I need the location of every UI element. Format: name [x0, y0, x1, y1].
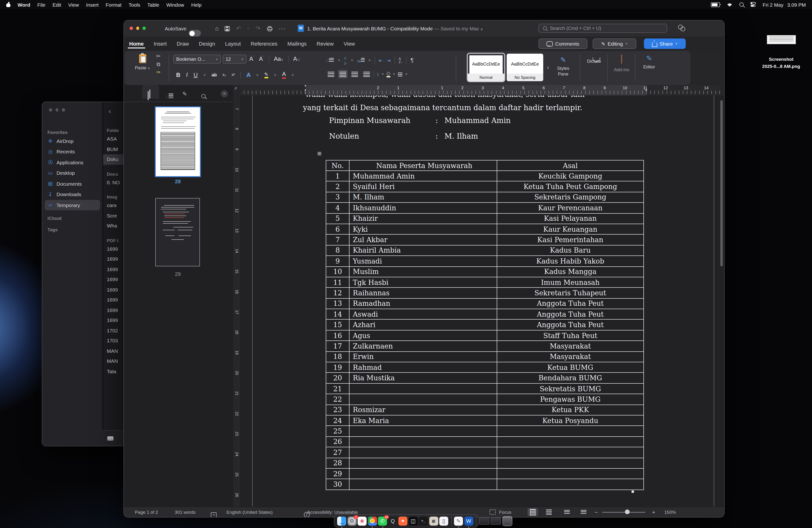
borders-button[interactable]: ⊞: [397, 71, 403, 77]
finder-file-item[interactable]: 1699: [103, 295, 126, 305]
cell-nama[interactable]: Zul Akbar: [349, 235, 497, 245]
document-title[interactable]: 1. Berita Acara Musyawarah BUMG - Compat…: [307, 26, 483, 31]
increase-indent-button[interactable]: ⇥: [387, 58, 391, 63]
finder-file-item[interactable]: 1703: [103, 336, 126, 346]
cell-nama[interactable]: M. Ilham: [349, 192, 497, 203]
cell-no[interactable]: 21: [326, 383, 349, 394]
cell-no[interactable]: 30: [326, 479, 349, 490]
menu-item[interactable]: Edit: [53, 2, 61, 8]
cell-nama[interactable]: Azhari: [349, 320, 497, 330]
table-row[interactable]: 14 Aswadi Anggota Tuha Peut: [326, 309, 644, 320]
cell-no[interactable]: 3: [326, 192, 349, 203]
ribbon-tab[interactable]: Home: [129, 38, 144, 49]
sort-button[interactable]: AZ↓: [398, 57, 403, 64]
table-row[interactable]: 4 Ikhsanuddin Kaur Perencanaan: [326, 203, 644, 213]
vertical-scrollbar-thumb[interactable]: [720, 100, 723, 266]
ribbon-tab[interactable]: View: [343, 38, 355, 49]
text-effects-chevron-icon[interactable]: ∨: [256, 73, 259, 76]
cell-asal[interactable]: Kaur Perencanaan: [497, 203, 644, 213]
cell-nama[interactable]: Kyki: [349, 224, 497, 235]
finder-sidebar-item[interactable]: ▱ Temporary: [45, 200, 100, 210]
left-indent-marker[interactable]: ▪: [303, 92, 308, 94]
table-row[interactable]: 18 Erwin Masyarakat: [326, 351, 644, 362]
copy-icon[interactable]: ⧉: [157, 62, 160, 67]
ribbon-tab[interactable]: Layout: [224, 38, 241, 49]
clipped-text-line[interactable]: wakil-wakil kelompok, wakil dusun dan to…: [305, 96, 647, 101]
cell-asal[interactable]: [497, 468, 644, 479]
cell-no[interactable]: 15: [326, 320, 349, 330]
cell-asal[interactable]: Anggota Tuha Peut: [497, 320, 644, 330]
cell-nama[interactable]: Erwin: [349, 351, 497, 362]
table-row[interactable]: 24 Eka Maria Ketua Posyandu: [326, 415, 644, 426]
ribbon-tab[interactable]: Design: [199, 38, 216, 49]
table-row[interactable]: 8 Khairil Ambia Kadus Baru: [326, 245, 644, 256]
cell-no[interactable]: 24: [326, 415, 349, 426]
align-center-button[interactable]: [338, 70, 348, 78]
cell-nama[interactable]: [349, 458, 497, 468]
subscript-button[interactable]: x₂: [222, 73, 226, 77]
comments-button[interactable]: Comments: [538, 39, 588, 49]
cell-asal[interactable]: Ketua Tuha Peut Gampong: [497, 181, 644, 192]
page-29-number[interactable]: 29: [155, 271, 201, 277]
cell-asal[interactable]: Kaur Keuangan: [497, 224, 644, 235]
cell-no[interactable]: 1: [326, 171, 349, 181]
finder-file-item[interactable]: 1699: [103, 305, 126, 315]
status-word-count[interactable]: 301 words: [175, 510, 195, 515]
zoom-percentage[interactable]: 150%: [664, 510, 676, 515]
cell-asal[interactable]: Kadus Habib Yakob: [497, 256, 644, 266]
ribbon-tab[interactable]: References: [250, 38, 278, 49]
table-row[interactable]: 22 Pengawas BUMG: [326, 394, 644, 405]
align-right-button[interactable]: [350, 70, 360, 78]
table-row[interactable]: 7 Zul Akbar Kasi Pemerintahan: [326, 235, 644, 245]
finder-file-item[interactable]: 1699: [103, 264, 126, 275]
editor-button[interactable]: ✎ Editor: [639, 54, 659, 69]
table-row[interactable]: 9 Yusmadi Kadus Habib Yakob: [326, 256, 644, 266]
cut-icon[interactable]: ✂: [156, 54, 160, 59]
table-row[interactable]: 27: [326, 447, 644, 458]
word-zoom-button[interactable]: [143, 27, 146, 30]
dock-trash[interactable]: [502, 516, 512, 526]
menu-item[interactable]: View: [68, 2, 79, 8]
share-button[interactable]: Share ∨: [644, 39, 686, 49]
cell-nama[interactable]: [349, 383, 497, 394]
italic-button[interactable]: I: [186, 71, 188, 78]
cell-asal[interactable]: [497, 437, 644, 447]
cell-no[interactable]: 25: [326, 426, 349, 437]
dock-orange-app[interactable]: ✦: [398, 516, 407, 525]
cell-asal[interactable]: Sekretaris Tuhapeut: [497, 288, 644, 298]
cell-no[interactable]: 29: [326, 468, 349, 479]
cell-nama[interactable]: Tgk Hasbi: [349, 277, 497, 288]
text-effects-button[interactable]: A: [247, 72, 250, 78]
edit-tab-icon[interactable]: ✎: [182, 91, 187, 97]
cell-no[interactable]: 20: [326, 373, 349, 383]
numbered-list-chevron-icon[interactable]: ∨: [351, 59, 353, 62]
finder-file-item[interactable]: Tata: [103, 366, 126, 377]
menu-item[interactable]: Help: [191, 2, 202, 8]
finder-file-item[interactable]: 1699: [103, 285, 126, 295]
battery-icon[interactable]: [711, 2, 720, 7]
right-indent-marker[interactable]: ▴: [644, 89, 649, 91]
table-row[interactable]: 21 Sekretatis BUMG: [326, 383, 644, 394]
dictate-button[interactable]: Dictate: [584, 55, 605, 64]
finder-file-item[interactable]: MAN: [103, 356, 126, 366]
finder-file-item[interactable]: Scre: [103, 210, 126, 221]
cell-nama[interactable]: Syaiful Heri: [349, 181, 497, 192]
cell-nama[interactable]: [349, 394, 497, 405]
dock-word[interactable]: W: [464, 516, 473, 525]
cell-asal[interactable]: Anggota Tuha Peut: [497, 298, 644, 309]
dock-quicktime[interactable]: Q: [388, 516, 397, 525]
table-row[interactable]: 20 Ria Mustika Bendahara BUMG: [326, 373, 644, 383]
cell-asal[interactable]: Sekretaris Gampong: [497, 192, 644, 203]
justify-button[interactable]: [362, 70, 371, 78]
finder-file-item[interactable]: MAN: [103, 346, 126, 356]
finder-file-item[interactable]: Folde: [103, 127, 126, 134]
cell-asal[interactable]: Anggota Tuha Peut: [497, 309, 644, 320]
cell-asal[interactable]: Imum Meunasah: [497, 277, 644, 288]
bullet-list-button[interactable]: ∷: [326, 58, 334, 63]
clear-formatting-button[interactable]: A◇: [293, 56, 300, 62]
cell-nama[interactable]: Agus: [349, 330, 497, 341]
table-row[interactable]: 30: [326, 479, 644, 490]
cell-nama[interactable]: Yusmadi: [349, 256, 497, 266]
word-minimize-button[interactable]: [136, 27, 139, 30]
status-accessibility[interactable]: Accessibility: Unavailable: [307, 510, 358, 515]
